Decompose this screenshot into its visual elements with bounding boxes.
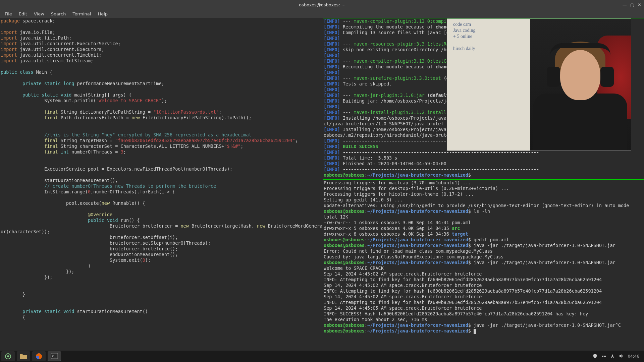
whiteboard: code cam Java coding + 5 online hirsch d… bbox=[447, 19, 530, 150]
close-button[interactable]: ✕ bbox=[638, 2, 641, 7]
file-manager-button[interactable] bbox=[17, 351, 30, 361]
menu-file[interactable]: File bbox=[1, 10, 15, 18]
menu-search[interactable]: Search bbox=[48, 10, 69, 18]
system-tray: 04:46 bbox=[593, 354, 643, 359]
menubar: File Edit View Search Terminal Help bbox=[0, 9, 644, 18]
firefox-button[interactable] bbox=[32, 351, 46, 361]
svg-rect-4 bbox=[602, 356, 603, 357]
tray-shield-icon[interactable] bbox=[593, 354, 597, 359]
shell-output: Processing triggers for mailcap (3.70+nm… bbox=[324, 180, 644, 334]
minimize-button[interactable]: — bbox=[623, 2, 627, 7]
menu-help[interactable]: Help bbox=[94, 10, 111, 18]
whiteboard-line-1: code cam bbox=[453, 21, 475, 27]
menu-terminal[interactable]: Terminal bbox=[69, 10, 94, 18]
window-title: osboxes@osboxes: ~ bbox=[299, 2, 345, 7]
webcam-overlay: code cam Java coding + 5 online hirsch d… bbox=[447, 18, 631, 151]
whiteboard-line-4: hirsch daily bbox=[453, 46, 475, 52]
desktop-taskbar: >_ 04:46 bbox=[0, 351, 644, 362]
webcam-person-view bbox=[530, 19, 631, 150]
menu-view[interactable]: View bbox=[31, 10, 48, 18]
whiteboard-line-2: Java coding bbox=[453, 27, 475, 34]
tray-connection-icon[interactable] bbox=[601, 354, 606, 359]
vim-editor-pane[interactable]: package space.crack; import java.io.File… bbox=[0, 18, 323, 362]
whiteboard-line-3: + 5 online bbox=[453, 34, 475, 40]
terminal-button[interactable]: >_ bbox=[48, 351, 61, 361]
svg-text:>_: >_ bbox=[52, 354, 56, 358]
maximize-button[interactable]: ▢ bbox=[630, 2, 634, 7]
tray-clock[interactable]: 04:46 bbox=[628, 354, 639, 359]
java-source: package space.crack; import java.io.File… bbox=[1, 18, 323, 320]
start-menu-button[interactable] bbox=[1, 351, 15, 361]
titlebar: osboxes@osboxes: ~ — ▢ ✕ bbox=[0, 0, 644, 9]
svg-rect-5 bbox=[604, 356, 606, 357]
terminal-cursor bbox=[474, 329, 476, 334]
shell-run-pane[interactable]: Processing triggers for mailcap (3.70+nm… bbox=[323, 180, 644, 334]
tray-volume-icon[interactable] bbox=[619, 354, 624, 359]
tray-network-icon[interactable] bbox=[610, 354, 615, 359]
menu-edit[interactable]: Edit bbox=[15, 10, 31, 18]
